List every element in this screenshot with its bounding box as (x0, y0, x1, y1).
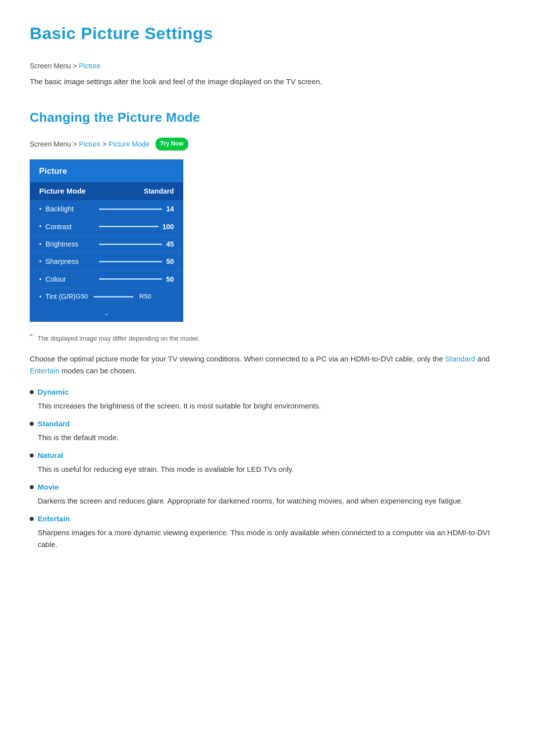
mode-desc-entertain: Sharpens images for a more dynamic viewi… (38, 527, 505, 551)
bullet-standard (30, 422, 34, 426)
mode-desc-movie: Darkens the screen and reduces glare. Ap… (38, 495, 505, 507)
breadcrumb2-picturemode-link[interactable]: Picture Mode (108, 139, 149, 150)
mode-bullet-row-natural: Natural (30, 450, 505, 461)
bullet-brightness: ● (39, 241, 42, 248)
breadcrumb-picture-link[interactable]: Picture (79, 62, 101, 70)
menu-value-backlight: 14 (166, 203, 174, 214)
mode-desc-natural: This is useful for reducing eye strain. … (38, 463, 505, 475)
mode-name-natural: Natural (38, 450, 63, 461)
mode-bullet-row-movie: Movie (30, 481, 505, 493)
bullet-dynamic (30, 390, 34, 394)
standard-link[interactable]: Standard (445, 354, 475, 363)
menu-label-tint: Tint (G/R) (46, 291, 76, 302)
entertain-link[interactable]: Entertain (30, 366, 59, 375)
menu-label-backlight: Backlight (46, 203, 95, 214)
list-item-entertain: Entertain Sharpens images for a more dyn… (30, 513, 505, 551)
menu-row-value-picture-mode: Standard (144, 186, 174, 197)
menu-label-contrast: Contrast (46, 221, 95, 232)
menu-value-contrast: 100 (162, 221, 174, 232)
slider-sharpness (99, 261, 162, 262)
mode-bullet-row-dynamic: Dynamic (30, 386, 505, 398)
chevron-down-icon: ⌄ (104, 307, 109, 318)
list-item-standard: Standard This is the default mode. (30, 418, 505, 444)
bullet-sharpness: ● (39, 258, 42, 265)
note-quote-icon: " (30, 334, 33, 342)
body-paragraph: Choose the optimal picture mode for your… (30, 353, 505, 378)
slider-contrast (99, 226, 159, 227)
mode-bullet-row-standard: Standard (30, 418, 505, 430)
slider-brightness (99, 244, 162, 245)
breadcrumb-1: Screen Menu > Picture (30, 60, 505, 71)
slider-backlight (99, 208, 162, 210)
bullet-colour: ● (39, 276, 42, 283)
mode-bullet-row-entertain: Entertain (30, 513, 505, 525)
menu-row-brightness[interactable]: ● Brightness 45 (30, 236, 183, 253)
slider-tint (94, 296, 133, 298)
mode-desc-standard: This is the default mode. (38, 432, 505, 444)
tv-menu-title: Picture (30, 160, 183, 183)
tint-g-label: G50 (76, 292, 88, 302)
bullet-natural (30, 454, 34, 457)
breadcrumb2-picture-link[interactable]: Picture (79, 139, 101, 150)
list-item-dynamic: Dynamic This increases the brightness of… (30, 386, 505, 412)
breadcrumb2-sep1: > (103, 139, 107, 150)
menu-value-sharpness: 50 (166, 256, 174, 267)
list-item-natural: Natural This is useful for reducing eye … (30, 450, 505, 475)
image-note: " The displayed image may differ dependi… (30, 334, 505, 344)
mode-name-dynamic: Dynamic (38, 386, 69, 398)
menu-row-picture-mode[interactable]: Picture Mode Standard (30, 182, 183, 201)
breadcrumb-prefix: Screen Menu > (30, 62, 79, 70)
slider-colour (99, 278, 162, 280)
tint-r-label: R50 (139, 292, 151, 302)
menu-chevron-down: ⌄ (30, 305, 183, 321)
bullet-backlight: ● (39, 206, 42, 212)
bullet-entertain (30, 517, 34, 521)
menu-row-label-picture-mode: Picture Mode (39, 185, 99, 197)
menu-row-tint[interactable]: ● Tint (G/R) G50 R50 (30, 288, 183, 305)
mode-list: Dynamic This increases the brightness of… (30, 386, 505, 551)
menu-row-sharpness[interactable]: ● Sharpness 50 (30, 253, 183, 270)
menu-value-colour: 50 (166, 274, 174, 285)
breadcrumb-2: Screen Menu > Picture > Picture ModeTry … (30, 138, 505, 150)
menu-label-brightness: Brightness (46, 239, 95, 250)
list-item-movie: Movie Darkens the screen and reduces gla… (30, 481, 505, 507)
page-title: Basic Picture Settings (30, 20, 505, 47)
bullet-contrast: ● (39, 223, 42, 230)
mode-desc-dynamic: This increases the brightness of the scr… (38, 400, 505, 412)
body-text-and: and (475, 354, 489, 363)
bullet-movie (30, 485, 34, 489)
mode-name-standard: Standard (38, 418, 70, 430)
menu-row-colour[interactable]: ● Colour 50 (30, 271, 183, 288)
mode-name-entertain: Entertain (38, 513, 70, 525)
menu-label-sharpness: Sharpness (46, 256, 95, 267)
breadcrumb2-prefix: Screen Menu > (30, 139, 77, 150)
menu-label-colour: Colour (46, 274, 95, 285)
intro-text: The basic image settings alter the look … (30, 76, 505, 88)
note-text: The displayed image may differ depending… (38, 334, 200, 344)
menu-value-brightness: 45 (166, 239, 174, 250)
tv-menu-panel: Picture Picture Mode Standard ● Backligh… (30, 159, 183, 322)
body-text-prefix: Choose the optimal picture mode for your… (30, 354, 445, 363)
body-text-suffix: modes can be chosen. (59, 366, 136, 375)
bullet-tint: ● (39, 294, 42, 300)
menu-row-backlight[interactable]: ● Backlight 14 (30, 201, 183, 218)
try-now-button[interactable]: Try Now (156, 138, 189, 150)
section-title-picture-mode: Changing the Picture Mode (30, 107, 505, 128)
menu-row-contrast[interactable]: ● Contrast 100 (30, 218, 183, 236)
mode-name-movie: Movie (38, 481, 59, 493)
